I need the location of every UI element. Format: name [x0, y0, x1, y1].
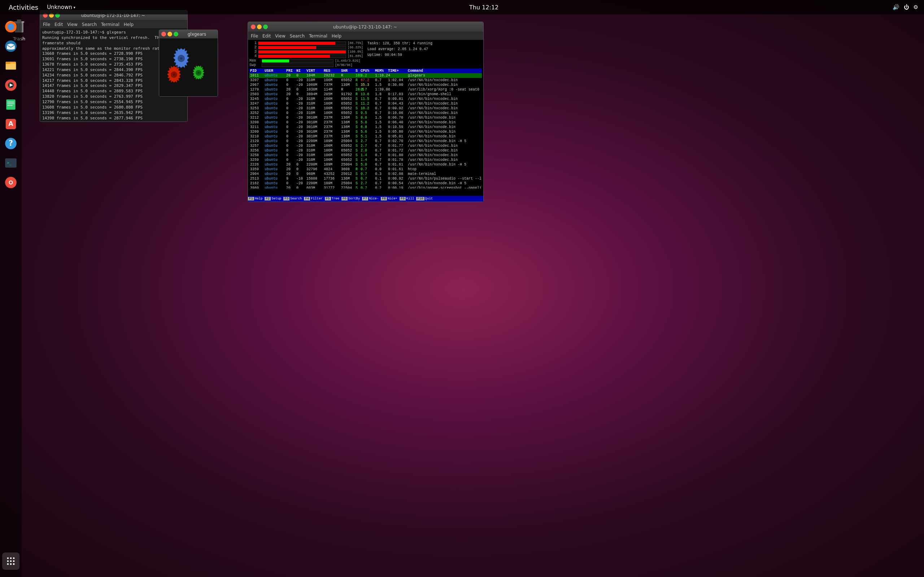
table-row[interactable]: 3209 ubuntu 0 -20 3010M 237M 136M S 5.6 … [249, 129, 482, 134]
menu-terminal[interactable]: Terminal [101, 22, 120, 27]
table-row[interactable]: 3245 ubuntu 0 -20 310M 106M 65052 S 11.5… [249, 97, 482, 102]
table-row[interactable]: 3359 ubuntu 20 0 32796 4824 3608 R 0.7 0… [249, 167, 482, 172]
table-row[interactable]: 1011 ubuntu 20 0 104M 29232 R 101 0.2 1:… [249, 73, 482, 78]
table-row[interactable]: 2503 ubuntu 20 0 3894M 285M 91792 R 13.6… [249, 92, 482, 97]
table-row[interactable]: 3256 ubuntu 0 -20 310M 106M 65052 S 2.0 … [249, 148, 482, 153]
table-row[interactable]: 2162 ubuntu 0 -20 2200M 109M 25004 S 2.7… [249, 181, 482, 186]
htop-menu-terminal[interactable]: Terminal [309, 34, 327, 39]
glxgears-max-button[interactable] [174, 32, 178, 36]
terminal1-menubar: File Edit View Search Terminal Help [40, 21, 187, 29]
htop-footer-item[interactable]: F4Filter [304, 197, 323, 200]
table-row[interactable]: 3247 ubuntu 0 -20 310M 106M 65052 S 11.2… [249, 102, 482, 106]
swap-val: [0/96/96] [335, 63, 364, 67]
svg-point-40 [180, 57, 182, 60]
table-row[interactable]: 2967 ubuntu 0 -20 1060M 737M 139M S 35.3… [249, 82, 482, 87]
dock-item-libreoffice[interactable] [2, 96, 19, 113]
cpu4-bar [258, 55, 346, 58]
footer-key: F1 [248, 197, 254, 200]
htop-menu-edit[interactable]: Edit [262, 34, 271, 39]
htop-footer-item[interactable]: F5Tree [325, 197, 340, 200]
swap-bar [262, 63, 333, 67]
table-row[interactable]: 2129 ubuntu 0 -20 2200M 109M 25004 S 2.7… [249, 139, 482, 143]
htop-footer-item[interactable]: F6SortBy [341, 197, 360, 200]
show-apps-button[interactable] [2, 553, 19, 570]
htop-menu-view[interactable]: View [275, 34, 285, 39]
dock-item-help[interactable]: ? [2, 135, 19, 152]
settings-icon[interactable]: ⚙ [914, 4, 918, 10]
footer-val: SortBy [347, 197, 360, 200]
footer-key: F3 [283, 197, 289, 200]
mem-label: Mem [249, 59, 260, 63]
table-row[interactable]: 2226 ubuntu 20 0 2200M 109M 25004 S 5.0 … [249, 162, 482, 167]
htop-footer-item[interactable]: F10Quit [416, 197, 433, 200]
htop-menu-help[interactable]: Help [332, 34, 341, 39]
col-virt: VIRT [307, 69, 324, 73]
svg-point-30 [10, 563, 12, 565]
menu-edit[interactable]: Edit [55, 22, 63, 27]
table-row[interactable]: 3210 ubuntu 0 -20 3010M 237M 136M S 5.1 … [249, 134, 482, 139]
glxgears-titlebar[interactable]: glxgears [159, 30, 218, 39]
table-row[interactable]: 2904 ubuntu 20 0 960M 43252 25012 S 0.7 … [249, 172, 482, 176]
menu-file[interactable]: File [43, 22, 50, 27]
table-row[interactable]: 3212 ubuntu 0 -20 3010M 237M 136M S 8.8 … [249, 115, 482, 120]
svg-text:?: ? [9, 139, 13, 148]
cpu4-label: 4 [249, 54, 257, 58]
table-row[interactable]: 3259 ubuntu 0 -20 310M 106M 65052 S 1.4 … [249, 158, 482, 162]
dock-item-firefox[interactable] [2, 18, 19, 35]
table-row[interactable]: 3989 ubuntu 20 0 603M 31772 22504 S 0.7 … [249, 186, 482, 189]
datetime-display: Thu 12:12 [469, 4, 498, 11]
table-row[interactable]: 3258 ubuntu 0 -20 310M 106M 65052 S 1.4 … [249, 153, 482, 158]
cpu1-bar [258, 42, 346, 45]
activities-button[interactable]: Activities [6, 3, 41, 12]
table-row[interactable]: 3252 ubuntu 0 -20 310M 106M 65052 S 9.5 … [249, 111, 482, 115]
htop-menu-file[interactable]: File [251, 34, 258, 39]
htop-footer-item[interactable]: F1Help [248, 197, 263, 200]
col-res: RES [324, 69, 341, 73]
table-row[interactable]: 3253 ubuntu 0 -20 310M 106M 65052 S 10.2… [249, 106, 482, 111]
glxgears-close-button[interactable] [162, 32, 166, 36]
table-row[interactable]: 1279 ubuntu 20 0 1036M 114M R 26.5 0.7 1… [249, 87, 482, 92]
tasks-info: Tasks: 128, 350 thr; 4 running [367, 41, 482, 47]
dock-item-thunderbird[interactable] [2, 37, 19, 55]
htop-menu-search[interactable]: Search [290, 34, 305, 39]
htop-footer-item[interactable]: F2Setup [265, 197, 282, 200]
menu-view[interactable]: View [67, 22, 77, 27]
table-row[interactable]: 3207 ubuntu 0 -20 310M 106M 65052 R 67.2… [249, 78, 482, 82]
htop-body[interactable]: 1 [88.75%] 2 [66.22%] 3 [248, 40, 483, 201]
glxgears-opengl-window: glxgears [159, 29, 218, 97]
table-row[interactable]: 3208 ubuntu 0 -20 3010M 237M 136M S 5.8 … [249, 120, 482, 125]
dock-item-software[interactable]: A [2, 115, 19, 133]
svg-point-25 [13, 558, 15, 559]
dock-item-files[interactable] [2, 57, 19, 74]
htop-close-button[interactable] [251, 24, 255, 29]
htop-min-button[interactable] [257, 24, 262, 29]
svg-rect-12 [8, 103, 15, 104]
dock-item-settings[interactable] [2, 174, 19, 191]
menu-search[interactable]: Search [82, 22, 97, 27]
dock-item-rhythmbox[interactable] [2, 76, 19, 94]
glxgears-min-button[interactable] [168, 32, 172, 36]
footer-key: F7 [362, 197, 368, 200]
power-icon[interactable]: ⏻ [904, 4, 909, 10]
top-bar: Activities Unknown ▾ Thu 12:12 🔊 ⏻ ⚙ [0, 0, 924, 15]
volume-icon[interactable]: 🔊 [893, 4, 900, 10]
htop-titlebar[interactable]: ubuntu@ip-172-31-10-147: ~ [248, 22, 483, 32]
svg-point-24 [10, 558, 12, 559]
col-time: TIME+ [388, 69, 408, 73]
table-row[interactable]: 2513 ubuntu 9 -10 15608 17736 136M S 0.7… [249, 176, 482, 181]
htop-max-button[interactable] [263, 24, 268, 29]
table-row[interactable]: 3211 ubuntu 0 -20 3010M 237M 136M S 6.8 … [249, 125, 482, 129]
htop-menubar: File Edit View Search Terminal Help [248, 32, 483, 40]
htop-footer-item[interactable]: F3Search [283, 197, 302, 200]
htop-footer-item[interactable]: F7Nice- [362, 197, 380, 200]
menu-help[interactable]: Help [124, 22, 134, 27]
htop-footer-item[interactable]: F9Kill [399, 197, 415, 200]
glxgears-canvas [159, 39, 218, 96]
htop-footer-item[interactable]: F8Nice+ [381, 197, 398, 200]
table-row[interactable]: 3257 ubuntu 0 -20 310M 106M 65052 S 2.7 … [249, 143, 482, 148]
svg-point-1 [8, 23, 15, 30]
unknown-menu[interactable]: Unknown ▾ [47, 4, 76, 10]
left-dock: A ? >_ [0, 15, 22, 577]
svg-text:A: A [8, 120, 13, 127]
dock-item-terminal[interactable]: >_ [2, 154, 19, 172]
